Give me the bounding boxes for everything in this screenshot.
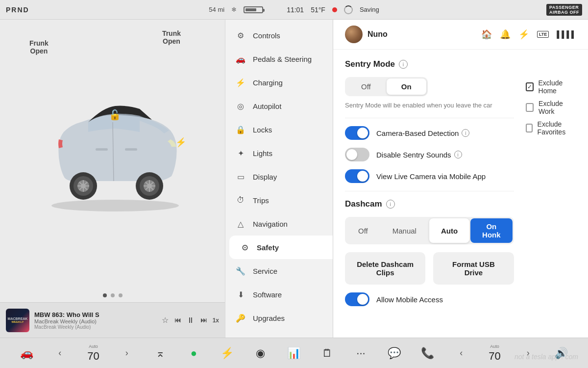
bt-icon: ⚡ <box>220 347 234 360</box>
signal-icon: ▌▌▌▌ <box>557 30 576 38</box>
sidebar-item-autopilot[interactable]: ◎ Autopilot <box>225 94 333 118</box>
steering-icon: ⌅ <box>156 347 165 360</box>
autopilot-icon: ◎ <box>235 101 246 111</box>
bottom-steering-icon[interactable]: ⌅ <box>144 347 177 360</box>
bottom-calculator-icon[interactable]: 🗒 <box>311 347 344 360</box>
car-visualization: 🔓 ⚡ <box>34 90 191 218</box>
sidebar-item-software[interactable]: ⬇ Software <box>225 283 333 306</box>
rewind-button[interactable]: ⏮ <box>174 316 181 324</box>
phone-icon: 📞 <box>421 347 434 360</box>
exclude-favorites-item[interactable]: Exclude Favorites <box>526 120 576 136</box>
favorite-button[interactable]: ☆ <box>162 315 169 325</box>
sentry-on-button[interactable]: On <box>387 79 426 95</box>
bottom-left-arrow[interactable]: ‹ <box>43 348 76 358</box>
forward-button[interactable]: ⏭ <box>200 316 207 324</box>
bottom-volume-icon[interactable]: 🔊 <box>545 347 578 360</box>
sidebar-item-safety[interactable]: ⊙ Safety <box>229 236 333 259</box>
bottom-phone-icon[interactable]: 📞 <box>411 347 444 360</box>
sentry-info-icon[interactable]: i <box>399 60 408 69</box>
disable-sounds-toggle[interactable] <box>345 148 369 161</box>
controls-icon: ⚙ <box>235 30 246 41</box>
dashcam-off-button[interactable]: Off <box>346 218 380 243</box>
bottom-messages-icon[interactable]: 💬 <box>378 347 411 360</box>
bottom-chart-icon[interactable]: 📊 <box>277 347 311 360</box>
sidebar-item-upgrades[interactable]: 🔑 Upgrades <box>225 306 333 330</box>
dashcam-info-icon[interactable]: i <box>386 200 395 209</box>
user-name: Nuno <box>368 30 388 39</box>
exclude-work-checkbox[interactable] <box>526 103 534 112</box>
chart-icon: 📊 <box>287 347 300 360</box>
podcast-mb: MACBREAK <box>8 317 28 320</box>
bluetooth-icon[interactable]: ⚡ <box>518 29 529 40</box>
display-label: Display <box>253 173 277 181</box>
left-auto-label: Auto <box>89 344 98 349</box>
lights-icon: ✦ <box>235 148 246 158</box>
upgrades-icon: 🔑 <box>235 313 246 323</box>
action-buttons: Delete Dashcam Clips Format USB Drive <box>345 252 514 285</box>
dot-2[interactable] <box>111 293 115 297</box>
exclude-favorites-checkbox[interactable] <box>526 124 533 132</box>
sidebar-item-locks[interactable]: 🔒 Locks <box>225 118 333 141</box>
bottom-car-icon[interactable]: 🚗 <box>10 347 43 360</box>
top-left-group: PRND <box>6 6 198 14</box>
bottom-right-arrow-left[interactable]: › <box>110 348 144 358</box>
media-info: MBW 863: Who Will S MacBreak Weekly (Aud… <box>34 311 157 330</box>
play-pause-button[interactable]: ⏸ <box>187 316 195 325</box>
bottom-spotify-icon[interactable]: ● <box>177 347 210 360</box>
dashcam-manual-button[interactable]: Manual <box>381 218 428 243</box>
main-content: Frunk Open Trunk Open 🔓 ⚡ <box>0 20 588 338</box>
exclude-home-checkbox[interactable]: ✓ <box>526 82 534 91</box>
display-icon: ▭ <box>235 171 246 182</box>
exclude-work-item[interactable]: Exclude Work <box>526 100 576 115</box>
car-area: Frunk Open Trunk Open 🔓 ⚡ <box>0 20 225 289</box>
sentry-off-button[interactable]: Off <box>346 79 386 95</box>
sidebar-item-charging[interactable]: ⚡ Charging <box>225 71 333 94</box>
dashcam-title-row: Dashcam i <box>345 199 514 209</box>
disable-sounds-row: Disable Sentry Sounds i <box>345 148 514 161</box>
frunk-title: Frunk <box>29 39 49 47</box>
live-camera-toggle[interactable] <box>345 169 369 183</box>
nav-panel: ⚙ Controls 🚗 Pedals & Steering ⚡ Chargin… <box>225 20 333 338</box>
sidebar-item-service[interactable]: 🔧 Service <box>225 259 333 283</box>
delete-clips-button[interactable]: Delete Dashcam Clips <box>345 252 425 285</box>
format-usb-button[interactable]: Format USB Drive <box>433 252 514 285</box>
bottom-camera-icon[interactable]: ◉ <box>244 347 277 360</box>
exclude-home-item[interactable]: ✓ Exclude Home <box>526 79 576 95</box>
media-player: MACBREAK WEEKLY MBW 863: Who Will S MacB… <box>0 302 225 338</box>
camera-info-icon[interactable]: i <box>462 129 469 137</box>
dashcam-auto-button[interactable]: Auto <box>429 218 469 243</box>
exclude-home-label: Exclude Home <box>539 79 576 95</box>
bottom-right-arrow2[interactable]: › <box>512 348 545 358</box>
camera-detection-toggle[interactable] <box>345 126 369 140</box>
playback-speed[interactable]: 1x <box>213 317 219 324</box>
dot-1[interactable] <box>103 293 107 297</box>
calc-icon: 🗒 <box>322 347 333 360</box>
sidebar-item-navigation[interactable]: △ Navigation <box>225 212 333 236</box>
loading-indicator <box>344 5 353 14</box>
controls-label: Controls <box>253 31 280 40</box>
sidebar-item-pedals[interactable]: 🚗 Pedals & Steering <box>225 47 333 71</box>
range-display: 54 mi <box>209 6 224 13</box>
divider-2 <box>345 191 514 191</box>
sidebar-item-display[interactable]: ▭ Display <box>225 165 333 188</box>
bottom-right-arrow[interactable]: ‹ <box>444 348 478 358</box>
media-title: MBW 863: Who Will S <box>34 311 157 318</box>
dot-3[interactable] <box>119 293 122 297</box>
trips-icon: ⏱ <box>235 195 246 206</box>
mobile-access-toggle[interactable] <box>345 292 369 306</box>
sidebar-item-trips[interactable]: ⏱ Trips <box>225 188 333 212</box>
sidebar-item-lights[interactable]: ✦ Lights <box>225 141 333 165</box>
passenger-airbag-badge: PASSENGERAIRBAG OFF <box>546 4 582 16</box>
home-icon[interactable]: 🏠 <box>481 29 492 40</box>
bottom-dots-icon[interactable]: ··· <box>344 347 377 360</box>
sentry-title-row: Sentry Mode i <box>345 59 514 69</box>
media-controls: ☆ ⏮ ⏸ ⏭ 1x <box>162 315 219 325</box>
dashcam-honk-button[interactable]: On Honk <box>470 218 513 243</box>
sounds-info-icon[interactable]: i <box>454 151 462 158</box>
safety-label: Safety <box>257 243 279 252</box>
navigation-label: Navigation <box>253 220 288 228</box>
toggle-thumb <box>357 128 368 138</box>
sidebar-item-controls[interactable]: ⚙ Controls <box>225 24 333 47</box>
bottom-bluetooth-icon[interactable]: ⚡ <box>210 347 244 360</box>
bell-icon[interactable]: 🔔 <box>500 29 511 40</box>
